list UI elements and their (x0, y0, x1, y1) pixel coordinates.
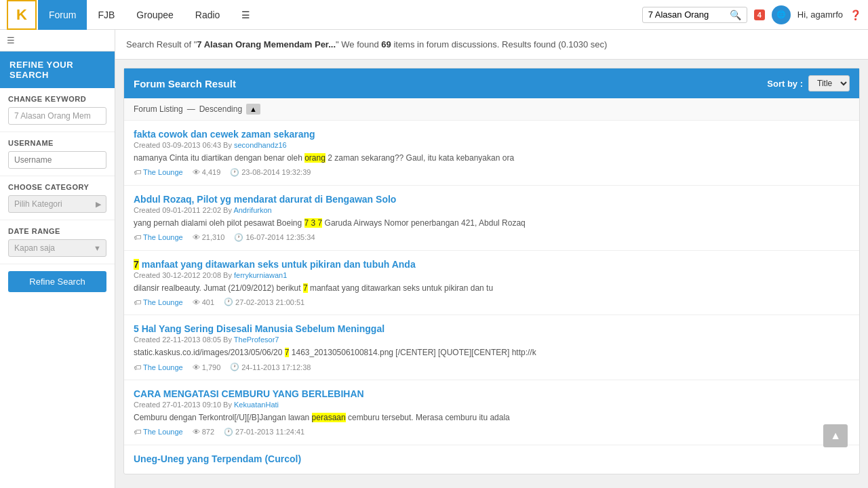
excerpt-suffix: 1463_20130506100814.png [/CENTER] [QUOTE… (289, 348, 536, 357)
refine-search-button[interactable]: Refine Search (8, 271, 106, 292)
last-post-stat: 🕐 27-02-2013 21:00:51 (224, 298, 304, 306)
category-tag[interactable]: The Lounge (143, 428, 183, 436)
forum-item-title[interactable]: 7 manfaat yang ditawarkan seks untuk pik… (134, 259, 850, 270)
forum-item-title[interactable]: Uneg-Uneg yang Terpendam (Curcol) (134, 453, 850, 464)
last-post-date: 23-08-2014 19:32:39 (241, 168, 311, 176)
excerpt-suffix: Garuda Airways Nomor penerbangan 421, Ab… (322, 218, 526, 228)
listing-label: Forum Listing (134, 104, 183, 114)
sidebar-toggle[interactable]: ☰ (0, 30, 115, 52)
meta-created: Created 03-09-2013 06:43 By (134, 141, 234, 149)
category-select-wrapper: Pilih Kategori ▶ (8, 195, 106, 213)
forum-item-title[interactable]: 5 Hal Yang Sering Disesali Manusia Sebel… (134, 323, 850, 334)
excerpt-highlight: 7 (303, 283, 308, 293)
forum-listing-bar: Forum Listing — Descending ▲ (124, 98, 859, 121)
meta-author[interactable]: TheProfesor7 (234, 336, 279, 344)
nav-right: 4 🌐 Hi, agamrfo ❓ (754, 5, 861, 24)
forum-item-meta: Created 03-09-2013 06:43 By secondhandz1… (134, 141, 850, 149)
main-layout: ☰ REFINE YOUR SEARCH CHANGE KEYWORD USER… (0, 30, 868, 488)
sort-order-button[interactable]: ▲ (246, 104, 260, 115)
username-input[interactable] (8, 151, 106, 169)
search-box: 🔍 (642, 7, 747, 23)
nav-fjb[interactable]: FJB (87, 0, 125, 30)
sidebar: ☰ REFINE YOUR SEARCH CHANGE KEYWORD USER… (0, 30, 115, 488)
nav-radio[interactable]: Radio (184, 0, 231, 30)
last-post-date: 27-01-2013 11:24:41 (235, 428, 304, 436)
result-prefix: Search Result of " (126, 39, 197, 49)
scroll-to-top-button[interactable]: ▲ (823, 424, 848, 447)
forum-item: 5 Hal Yang Sering Disesali Manusia Sebel… (124, 315, 859, 380)
category-tag[interactable]: The Lounge (143, 363, 183, 371)
forum-item: CARA MENGATASI CEMBURU YANG BERLEBIHAN C… (124, 380, 859, 445)
logo[interactable]: K (7, 0, 37, 30)
result-mid: " We found (336, 39, 381, 49)
nav-groupee[interactable]: Groupee (125, 0, 184, 30)
category-tag-wrapper: 🏷 The Lounge (134, 428, 183, 436)
sort-select[interactable]: Title (808, 75, 850, 92)
category-tag-wrapper: 🏷 The Lounge (134, 298, 183, 306)
result-count: 69 (381, 39, 391, 49)
views-count: 401 (202, 298, 214, 306)
forum-item-meta: Created 30-12-2012 20:08 By ferrykurniaw… (134, 271, 850, 279)
username-label: USERNAME (8, 139, 106, 147)
date-range-label: DATE RANGE (8, 227, 106, 235)
category-select[interactable]: Pilih Kategori (8, 195, 106, 213)
notification-badge[interactable]: 4 (754, 9, 765, 20)
views-count: 21,310 (202, 233, 225, 241)
category-tag[interactable]: The Lounge (143, 233, 183, 241)
category-section: CHOOSE CATEGORY Pilih Kategori ▶ (0, 176, 115, 220)
forum-item-footer: 🏷 The Lounge 👁 21,310 🕐 16-07-2014 12:35… (134, 233, 850, 242)
excerpt-suffix: manfaat yang ditawarkan seks untuk pikir… (308, 283, 494, 293)
excerpt-prefix: static.kaskus.co.id/images/2013/05/06/20 (134, 348, 285, 357)
last-post-date: 16-07-2014 12:35:34 (245, 233, 315, 241)
keyword-input[interactable] (8, 107, 106, 125)
meta-created: Created 22-11-2013 08:05 By (134, 336, 234, 344)
meta-author[interactable]: KekuatanHati (234, 401, 279, 409)
excerpt-highlight: orang (304, 153, 326, 163)
nav-forum[interactable]: Forum (38, 0, 87, 30)
result-suffix: items in forum discussions. Results foun… (391, 39, 608, 49)
logo-k: K (16, 6, 27, 24)
forum-item-excerpt: dilansir realbeauty. Jumat (21/09/2012) … (134, 283, 850, 294)
search-input[interactable] (648, 9, 730, 20)
keyword-label: CHANGE KEYWORD (8, 95, 106, 103)
forum-item-footer: 🏷 The Lounge 👁 401 🕐 27-02-2013 21:00:51 (134, 298, 850, 306)
forum-item-title[interactable]: CARA MENGATASI CEMBURU YANG BERLEBIHAN (134, 388, 850, 399)
meta-author[interactable]: secondhandz16 (234, 141, 287, 149)
last-post-date: 24-11-2013 17:12:38 (241, 363, 311, 371)
date-range-section: DATE RANGE Kapan saja ▼ (0, 220, 115, 264)
search-result-bar: Search Result of "7 Alasan Orang Memenda… (115, 30, 868, 60)
forum-result-title: Forum Search Result (134, 78, 236, 89)
category-tag-wrapper: 🏷 The Lounge (134, 363, 183, 371)
help-icon[interactable]: ❓ (850, 9, 861, 20)
title-text: Abdul Rozaq, Pilot yg mendarat darurat d… (134, 194, 396, 205)
title-text: Uneg-Uneg yang Terpendam (Curcol) (134, 453, 301, 464)
forum-item-footer: 🏷 The Lounge 👁 872 🕐 27-01-2013 11:24:41 (134, 428, 850, 436)
views-stat: 👁 4,419 (193, 168, 221, 176)
forum-result-box: Forum Search Result Sort by : Title Foru… (123, 68, 860, 474)
date-select[interactable]: Kapan saja (8, 239, 106, 257)
category-tag[interactable]: The Lounge (143, 168, 183, 176)
meta-author[interactable]: ferrykurniawan1 (234, 271, 287, 279)
forum-item-title[interactable]: Abdul Rozaq, Pilot yg mendarat darurat d… (134, 194, 850, 205)
excerpt-suffix: 2 zaman sekarang?? Gaul, itu kata kebany… (326, 153, 514, 163)
views-stat: 👁 1,790 (193, 363, 221, 371)
excerpt-highlight: 7 3 7 (304, 218, 323, 228)
forum-item-footer: 🏷 The Lounge 👁 1,790 🕐 24-11-2013 17:12:… (134, 363, 850, 371)
excerpt-prefix: Cemburu dengan Terkontrol[/U][/B]Jangan … (134, 413, 312, 422)
title-text: manfaat yang ditawarkan seks untuk pikir… (139, 259, 416, 270)
username-section: USERNAME (0, 132, 115, 176)
title-text: 5 Hal Yang Sering Disesali Manusia Sebel… (134, 323, 384, 334)
meta-author[interactable]: Andrifurkon (233, 206, 271, 214)
search-button[interactable]: 🔍 (730, 9, 741, 20)
forum-item: fakta cowok dan cewek zaman sekarang Cre… (124, 121, 859, 186)
category-tag[interactable]: The Lounge (143, 298, 183, 306)
forum-item: Uneg-Uneg yang Terpendam (Curcol) (124, 445, 859, 474)
forum-item-excerpt: yang pernah dialami oleh pilot pesawat B… (134, 218, 850, 229)
sort-by-label: Sort by : (767, 79, 803, 89)
views-stat: 👁 401 (193, 298, 214, 306)
last-post-stat: 🕐 23-08-2014 19:32:39 (230, 168, 311, 177)
forum-item-title[interactable]: fakta cowok dan cewek zaman sekarang (134, 129, 850, 140)
forum-item-footer: 🏷 The Lounge 👁 4,419 🕐 23-08-2014 19:32:… (134, 168, 850, 177)
last-post-stat: 🕐 27-01-2013 11:24:41 (224, 428, 304, 436)
nav-list-icon[interactable]: ☰ (231, 0, 261, 30)
